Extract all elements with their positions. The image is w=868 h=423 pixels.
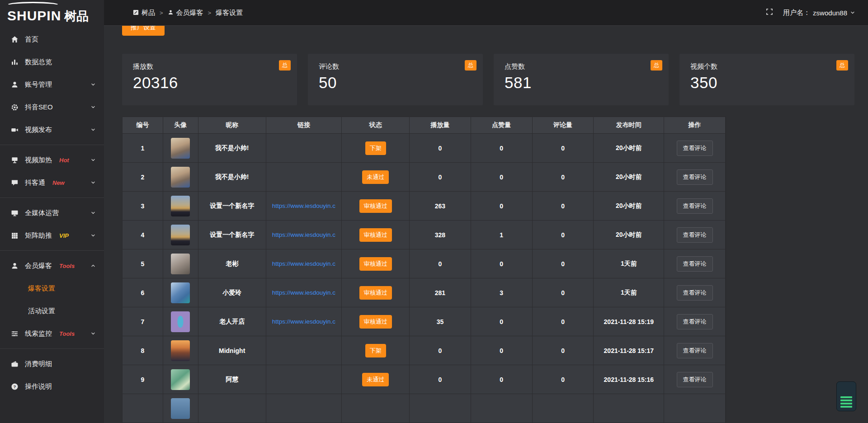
sidebar-item-label: 矩阵助推 xyxy=(25,231,52,240)
sidebar-item-home[interactable]: 首页 xyxy=(0,28,104,51)
sidebar-item-douyin-seo[interactable]: 抖音SEO xyxy=(0,96,104,118)
video-link[interactable]: https://www.iesdouyin.c xyxy=(272,318,335,325)
cell-avatar xyxy=(163,163,198,192)
cell-link xyxy=(266,163,342,192)
sidebar: SHUPIN 树品 首页 数据总览 账号管理 抖音SEO 视频发布 xyxy=(0,0,104,423)
cell-actions: 查看评论 xyxy=(664,307,726,336)
cell-time: 20小时前 xyxy=(594,134,664,163)
cell-link xyxy=(266,134,342,163)
sidebar-subitem-activity-settings[interactable]: 活动设置 xyxy=(0,300,104,322)
col-header-link: 链接 xyxy=(266,117,342,134)
cell-link xyxy=(266,336,342,365)
cell-time: 20小时前 xyxy=(594,221,664,249)
cell-plays: 0 xyxy=(410,134,471,163)
chevron-up-icon xyxy=(90,263,96,268)
cell-link: https://www.iesdouyin.c xyxy=(266,249,342,278)
stat-card-plays: 播放数 20316 总 xyxy=(122,54,297,105)
video-link[interactable]: https://www.iesdouyin.c xyxy=(272,231,335,238)
cell-plays: 0 xyxy=(410,336,471,365)
cell-comments: 0 xyxy=(533,336,594,365)
view-comments-button[interactable]: 查看评论 xyxy=(677,372,713,387)
stat-label: 播放数 xyxy=(133,62,286,71)
view-comments-button[interactable]: 查看评论 xyxy=(677,343,713,358)
page-scroll-widget[interactable] xyxy=(836,381,856,411)
hot-badge: Hot xyxy=(59,157,69,164)
view-comments-button[interactable]: 查看评论 xyxy=(677,256,713,272)
cell-actions: 查看评论 xyxy=(664,336,726,365)
sidebar-divider xyxy=(0,197,104,198)
breadcrumb-item-current[interactable]: 爆客设置 xyxy=(216,9,243,17)
chevron-down-icon xyxy=(90,157,96,163)
table-row: 8 Midnight 下架 0 0 0 2021-11-28 15:17 查看评… xyxy=(123,336,726,365)
cell-nickname: Midnight xyxy=(198,336,266,365)
cell-no xyxy=(123,394,163,423)
sidebar-item-all-media[interactable]: 全媒体运营 xyxy=(0,202,104,224)
breadcrumb-item-root[interactable]: 树品 xyxy=(133,9,155,17)
sidebar-item-matrix-boost[interactable]: 矩阵助推 VIP xyxy=(0,224,104,247)
sidebar-subitem-baoke-settings[interactable]: 爆客设置 xyxy=(0,277,104,300)
view-comments-button[interactable]: 查看评论 xyxy=(677,227,713,243)
cell-avatar xyxy=(163,192,198,221)
fullscreen-icon[interactable] xyxy=(766,8,773,17)
tools-badge: Tools xyxy=(59,330,75,337)
sidebar-item-label: 操作说明 xyxy=(25,382,52,391)
cell-actions: 查看评论 xyxy=(664,249,726,278)
status-badge: 审核通过 xyxy=(359,286,392,300)
col-header-plays: 播放量 xyxy=(410,117,471,134)
brand-logo[interactable]: SHUPIN 树品 xyxy=(0,0,104,25)
video-link[interactable]: https://www.iesdouyin.c xyxy=(272,202,335,209)
cell-no: 4 xyxy=(123,221,163,249)
sidebar-divider xyxy=(0,145,104,145)
sidebar-item-video-heat[interactable]: 视频加热 Hot xyxy=(0,149,104,171)
video-icon xyxy=(11,126,19,134)
scroll-indicator-bar xyxy=(840,396,852,398)
cell-likes xyxy=(471,394,533,423)
video-link[interactable]: https://www.iesdouyin.c xyxy=(272,289,335,296)
status-badge: 未通过 xyxy=(362,170,389,184)
sidebar-item-account-mgmt[interactable]: 账号管理 xyxy=(0,73,104,96)
breadcrumb-item-member[interactable]: 会员爆客 xyxy=(168,9,203,17)
video-link[interactable]: https://www.iesdouyin.c xyxy=(272,260,335,267)
scroll-indicator-bar xyxy=(840,406,852,408)
view-comments-button[interactable]: 查看评论 xyxy=(677,285,713,301)
user-menu[interactable]: 用户名：zswodun88 xyxy=(783,9,855,17)
sidebar-item-data-overview[interactable]: 数据总览 xyxy=(0,51,104,73)
view-comments-button[interactable]: 查看评论 xyxy=(677,169,713,185)
view-comments-button[interactable]: 查看评论 xyxy=(677,314,713,329)
cell-comments xyxy=(533,394,594,423)
view-comments-button[interactable]: 查看评论 xyxy=(677,141,713,156)
cell-no: 2 xyxy=(123,163,163,192)
brand-name-cn: 树品 xyxy=(64,10,89,23)
view-comments-button[interactable]: 查看评论 xyxy=(677,198,713,214)
chevron-down-icon xyxy=(90,331,96,336)
sidebar-item-member-baoke[interactable]: 会员爆客 Tools xyxy=(0,254,104,277)
cell-likes: 0 xyxy=(471,336,533,365)
cell-comments: 0 xyxy=(533,307,594,336)
cell-avatar xyxy=(163,134,198,163)
sidebar-item-label: 会员爆客 xyxy=(25,262,52,270)
sidebar-item-video-publish[interactable]: 视频发布 xyxy=(0,118,104,141)
stat-card-likes: 点赞数 581 总 xyxy=(494,54,669,105)
sidebar-item-doketong[interactable]: 抖客通 New xyxy=(0,171,104,194)
cell-likes: 0 xyxy=(471,192,533,221)
chevron-down-icon xyxy=(90,180,96,185)
heat-icon xyxy=(11,156,19,164)
cell-actions: 查看评论 xyxy=(664,221,726,249)
cell-likes: 0 xyxy=(471,307,533,336)
avatar xyxy=(171,398,190,419)
sidebar-item-lead-monitor[interactable]: 线索监控 Tools xyxy=(0,322,104,345)
cell-avatar xyxy=(163,278,198,307)
grid-icon xyxy=(11,232,19,240)
cell-actions: 查看评论 xyxy=(664,278,726,307)
member-icon xyxy=(11,262,19,270)
cell-likes: 3 xyxy=(471,278,533,307)
sidebar-item-instructions[interactable]: ? 操作说明 xyxy=(0,375,104,398)
cell-likes: 0 xyxy=(471,163,533,192)
breadcrumb-label: 爆客设置 xyxy=(216,9,243,17)
cell-time: 2021-11-28 15:17 xyxy=(594,336,664,365)
table-row-partial xyxy=(123,394,726,423)
sidebar-item-consumption-detail[interactable]: 消费明细 xyxy=(0,352,104,375)
cell-plays: 35 xyxy=(410,307,471,336)
cell-plays: 263 xyxy=(410,192,471,221)
col-header-no: 编号 xyxy=(123,117,163,134)
